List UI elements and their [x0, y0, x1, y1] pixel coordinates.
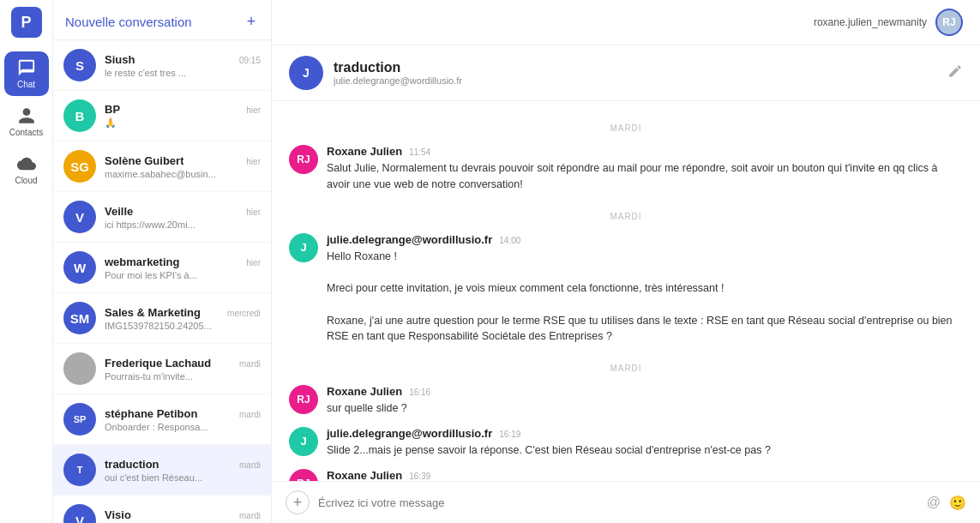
- message-group-4: J julie.delegrange@wordillusio.fr 16:19 …: [289, 427, 963, 459]
- msg-text-3: sur quelle slide ?: [327, 400, 963, 417]
- message-group-3: RJ Roxane Julien 16:16 sur quelle slide …: [289, 385, 963, 417]
- conv-item-stephane[interactable]: SP stéphane Petibon mardi Onboarder : Re…: [53, 394, 271, 445]
- date-divider-mardi-2: MARDI: [289, 212, 963, 221]
- msg-sender-2: julie.delegrange@wordillusio.fr: [327, 233, 492, 246]
- new-conversation-button[interactable]: +: [242, 12, 261, 31]
- contacts-icon: [17, 106, 36, 125]
- chat-icon: [17, 58, 36, 77]
- conv-avatar-visio: V: [63, 504, 96, 523]
- conv-item-siush[interactable]: S Siush 09:15 le reste c'est tres ...: [53, 40, 271, 91]
- conv-item-sales[interactable]: SM Sales & Marketing mercredi IMG1539782…: [53, 293, 271, 344]
- global-username: roxane.julien_newmanity: [814, 16, 927, 28]
- conv-time-stephane: mardi: [239, 410, 261, 419]
- cloud-icon: [17, 154, 36, 173]
- date-divider-mardi-3: MARDI: [289, 364, 963, 373]
- conv-item-frederique[interactable]: Frederique Lachaud mardi Pourrais-tu m'i…: [53, 344, 271, 394]
- edit-icon[interactable]: [947, 63, 963, 83]
- conv-name-stephane: stéphane Petibon: [105, 407, 197, 420]
- conv-time-webmarketing: hier: [246, 258, 261, 268]
- msg-time-2: 14:00: [499, 236, 520, 245]
- conv-name-sales: Sales & Marketing: [105, 306, 201, 319]
- conv-time-visio: mardi: [239, 511, 261, 520]
- conv-preview-veille: ici https://www.20mi...: [105, 219, 261, 230]
- msg-avatar-roxane-1: RJ: [289, 145, 318, 174]
- chat-messages: MARDI RJ Roxane Julien 11:54 Salut Julie…: [272, 101, 980, 481]
- conv-name-visio: Visio: [105, 508, 131, 521]
- conv-preview-sales: IMG1539782150.24205...: [105, 321, 261, 331]
- conv-time-traduction: mardi: [239, 460, 261, 470]
- top-header-bar: roxane.julien_newmanity RJ: [272, 0, 980, 45]
- conv-name-webmarketing: webmarketing: [105, 255, 179, 268]
- sidebar-item-cloud[interactable]: Cloud: [4, 147, 49, 192]
- conv-preview-stephane: Onboarder : Responsa...: [105, 422, 261, 432]
- conv-avatar-siush: S: [63, 49, 96, 81]
- app-logo: P: [11, 7, 42, 38]
- msg-time-5: 16:39: [409, 472, 430, 481]
- message-group-2: J julie.delegrange@wordillusio.fr 14:00 …: [289, 233, 963, 346]
- conversations-list: Nouvelle conversation + S Siush 09:15 le…: [53, 0, 272, 523]
- msg-text-1: Salut Julie, Normalement tu devrais pouv…: [327, 160, 963, 193]
- conv-item-webmarketing[interactable]: W webmarketing hier Pour moi les KPI's à…: [53, 243, 271, 293]
- global-user-avatar: RJ: [935, 9, 963, 36]
- msg-time-3: 16:16: [409, 388, 430, 397]
- chat-main: roxane.julien_newmanity RJ J traduction …: [272, 0, 980, 523]
- conv-time-sales: mercredi: [227, 309, 261, 318]
- conv-avatar-bp: B: [63, 99, 96, 132]
- conv-name-siush: Siush: [105, 53, 135, 66]
- at-icon[interactable]: @: [927, 495, 941, 510]
- conv-preview-bp: 🙏: [105, 117, 261, 129]
- conv-avatar-webmarketing: W: [63, 251, 96, 284]
- sidebar-cloud-label: Cloud: [15, 176, 37, 185]
- conv-name-solene: Solène Guibert: [105, 154, 183, 167]
- sidebar-item-contacts[interactable]: Contacts: [4, 99, 49, 144]
- input-actions: @ 🙂: [927, 495, 966, 511]
- conv-items-container: S Siush 09:15 le reste c'est tres ... B …: [53, 40, 271, 523]
- conv-time-veille: hier: [246, 207, 261, 217]
- sidebar-nav: P Chat Contacts Cloud: [0, 0, 53, 523]
- conv-list-header: Nouvelle conversation +: [53, 0, 271, 40]
- conv-item-bp[interactable]: B BP hier 🙏: [53, 91, 271, 141]
- conv-avatar-frederique: [63, 352, 96, 385]
- date-divider-mardi-1: MARDI: [289, 123, 963, 133]
- chat-input-bar: + @ 🙂: [272, 481, 980, 523]
- message-group-5: RJ Roxane Julien 16:39 oui c'est bien Ré…: [289, 469, 963, 482]
- conv-time-bp: hier: [246, 105, 261, 115]
- message-input[interactable]: [318, 496, 918, 509]
- msg-avatar-julie-1: J: [289, 233, 318, 262]
- msg-sender-5: Roxane Julien: [327, 469, 402, 482]
- msg-sender-3: Roxane Julien: [327, 385, 402, 398]
- conv-avatar-veille: V: [63, 201, 96, 233]
- conv-preview-solene: maxime.sabahec@busin...: [105, 169, 261, 179]
- conv-avatar-solene: SG: [63, 150, 96, 183]
- msg-text-2: Hello Roxane ! Mreci pour cette invitati…: [327, 249, 963, 346]
- conv-name-frederique: Frederique Lachaud: [105, 357, 211, 370]
- msg-avatar-roxane-3: RJ: [289, 469, 318, 482]
- conv-item-veille[interactable]: V Veille hier ici https://www.20mi...: [53, 192, 271, 243]
- conv-item-traduction[interactable]: T traduction mardi oui c'est bien Réseau…: [53, 445, 271, 496]
- conv-avatar-stephane: SP: [63, 403, 96, 436]
- conv-avatar-sales: SM: [63, 302, 96, 334]
- add-attachment-button[interactable]: +: [286, 490, 310, 514]
- msg-sender-4: julie.delegrange@wordillusio.fr: [327, 427, 492, 440]
- conv-item-visio[interactable]: V Visio mardi Test: [53, 496, 271, 523]
- conv-preview-frederique: Pourrais-tu m'invite...: [105, 371, 261, 382]
- conv-time-frederique: mardi: [239, 359, 261, 369]
- msg-sender-1: Roxane Julien: [327, 145, 402, 158]
- chat-header-email: julie.delegrange@wordillusio.fr: [334, 75, 937, 86]
- conv-name-traduction: traduction: [105, 458, 159, 471]
- sidebar-item-chat[interactable]: Chat: [4, 51, 49, 96]
- emoji-icon[interactable]: 🙂: [949, 495, 966, 511]
- chat-header: J traduction julie.delegrange@wordillusi…: [272, 45, 980, 101]
- conv-item-solene[interactable]: SG Solène Guibert hier maxime.sabahec@bu…: [53, 141, 271, 192]
- conv-time-solene: hier: [246, 157, 261, 166]
- conv-preview-siush: le reste c'est tres ...: [105, 68, 261, 78]
- msg-text-4: Slide 2...mais je pense savoir la répons…: [327, 442, 963, 459]
- conv-time-siush: 09:15: [239, 56, 261, 65]
- sidebar-contacts-label: Contacts: [9, 128, 43, 137]
- chat-header-avatar: J: [289, 56, 323, 90]
- conv-preview-webmarketing: Pour moi les KPI's à...: [105, 270, 261, 280]
- conv-preview-traduction: oui c'est bien Réseau...: [105, 472, 261, 483]
- msg-time-1: 11:54: [409, 147, 430, 157]
- conv-avatar-traduction: T: [63, 454, 96, 486]
- message-group-1: RJ Roxane Julien 11:54 Salut Julie, Norm…: [289, 145, 963, 193]
